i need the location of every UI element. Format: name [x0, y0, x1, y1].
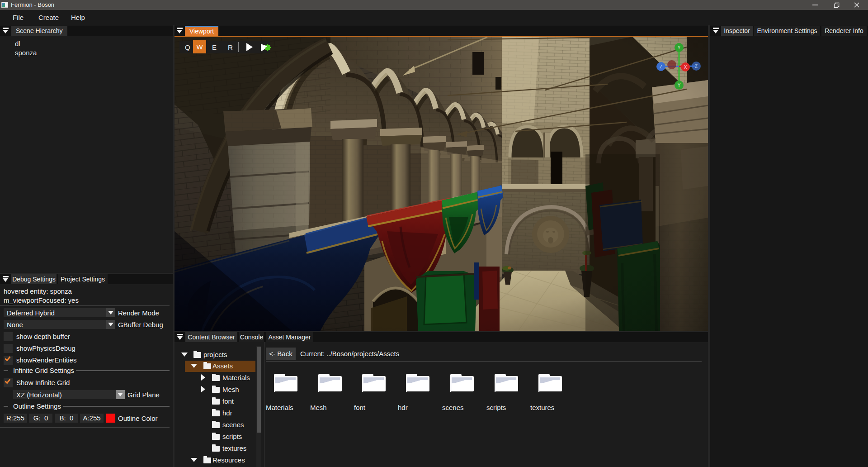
- svg-text:Y: Y: [678, 45, 681, 50]
- svg-text:Z: Z: [660, 64, 662, 69]
- svg-text:Z: Z: [695, 64, 698, 69]
- svg-text:Y: Y: [678, 83, 681, 88]
- svg-text:X: X: [684, 65, 687, 70]
